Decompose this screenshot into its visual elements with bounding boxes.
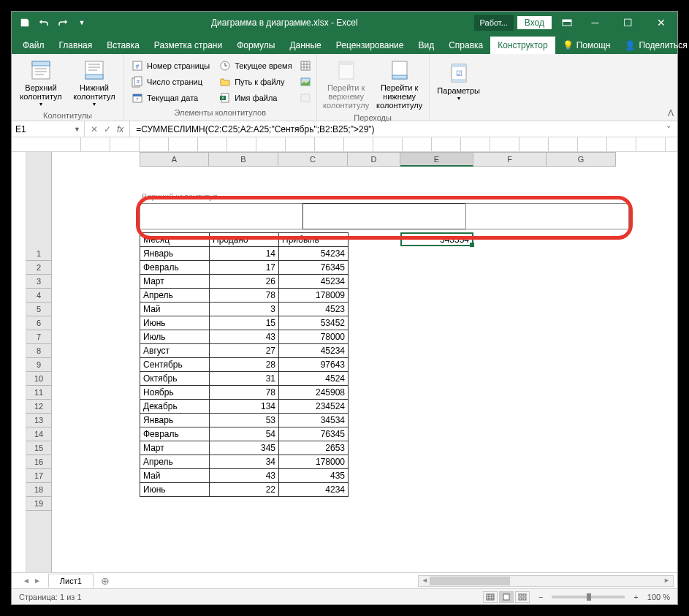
table-cell[interactable]: 15 xyxy=(210,316,279,330)
table-cell[interactable]: 245908 xyxy=(279,386,349,400)
page-layout-view-button[interactable] xyxy=(499,591,514,603)
tab-formulas[interactable]: Формулы xyxy=(229,37,282,54)
row-header[interactable]: 13 xyxy=(26,414,51,427)
table-cell[interactable]: 78 xyxy=(210,289,279,303)
table-cell[interactable]: 54 xyxy=(210,427,279,441)
tab-insert[interactable]: Вставка xyxy=(99,37,147,54)
name-box[interactable]: E1▼ xyxy=(12,121,85,137)
goto-footer-button[interactable]: Перейти к нижнему колонтитулу xyxy=(374,56,425,112)
row-header[interactable]: 5 xyxy=(26,303,51,316)
table-cell[interactable]: 97643 xyxy=(279,358,349,372)
table-cell[interactable]: 34 xyxy=(210,455,279,469)
fx-label[interactable]: fx xyxy=(117,124,123,134)
tab-file[interactable]: Файл xyxy=(15,37,52,54)
zoom-in-button[interactable]: + xyxy=(633,593,638,601)
table-cell[interactable]: Декабрь xyxy=(140,400,210,414)
tab-data[interactable]: Данные xyxy=(282,37,328,54)
col-header[interactable]: C xyxy=(278,152,348,167)
undo-icon[interactable] xyxy=(38,17,50,28)
row-header[interactable]: 16 xyxy=(26,455,51,469)
table-cell[interactable]: 14 xyxy=(210,247,279,261)
file-name-button[interactable]: XИмя файла xyxy=(216,91,295,105)
table-cell[interactable]: 2653 xyxy=(279,441,349,455)
tab-help[interactable]: Справка xyxy=(441,37,490,54)
table-cell[interactable]: Май xyxy=(140,469,210,483)
row-header[interactable]: 6 xyxy=(26,316,51,330)
table-cell[interactable]: 31 xyxy=(210,372,279,386)
table-cell[interactable]: 22 xyxy=(210,483,279,497)
table-cell[interactable]: 27 xyxy=(210,344,279,358)
col-header[interactable]: G xyxy=(547,152,616,167)
table-cell[interactable]: 76345 xyxy=(279,427,349,441)
table-cell[interactable]: 76345 xyxy=(279,261,349,275)
table-cell[interactable]: 34534 xyxy=(279,414,349,427)
sheet-tab-1[interactable]: Лист1 xyxy=(48,574,94,588)
login-button[interactable]: Вход xyxy=(517,16,552,29)
row-header[interactable]: 7 xyxy=(26,330,51,344)
sheet-area[interactable]: ABCDEFG Верхний колонтитул МесяцПроданоП… xyxy=(52,152,677,572)
row-header[interactable]: 4 xyxy=(26,289,51,303)
table-cell[interactable]: Февраль xyxy=(140,427,210,441)
zoom-out-button[interactable]: − xyxy=(538,593,543,601)
col-header[interactable]: F xyxy=(473,152,547,167)
close-button[interactable]: ✕ xyxy=(644,12,677,34)
page-break-view-button[interactable] xyxy=(515,591,530,603)
sheet-name-button[interactable] xyxy=(298,58,313,73)
table-cell[interactable]: 3 xyxy=(210,303,279,316)
table-cell[interactable]: 178009 xyxy=(279,289,349,303)
table-cell[interactable]: 234524 xyxy=(279,400,349,414)
file-path-button[interactable]: Путь к файлу xyxy=(216,75,295,89)
table-cell[interactable]: 45234 xyxy=(279,275,349,289)
share-button[interactable]: 👤Поделиться xyxy=(617,37,689,54)
next-sheet-icon[interactable]: ► xyxy=(34,577,41,585)
tab-home[interactable]: Главная xyxy=(52,37,100,54)
col-header[interactable]: B xyxy=(209,152,278,167)
save-icon[interactable] xyxy=(19,17,31,28)
table-cell[interactable]: 4234 xyxy=(279,483,349,497)
table-cell[interactable]: Июнь xyxy=(140,316,210,330)
zoom-level[interactable]: 100 % xyxy=(647,593,670,601)
footer-button[interactable]: Нижний колонтитул ▾ xyxy=(69,56,120,110)
table-cell[interactable]: 53452 xyxy=(279,316,349,330)
page-number-button[interactable]: #Номер страницы xyxy=(128,58,213,73)
table-cell[interactable]: Июль xyxy=(140,330,210,344)
table-cell[interactable]: Август xyxy=(140,344,210,358)
table-cell[interactable]: Июнь xyxy=(140,483,210,497)
table-cell[interactable]: 78 xyxy=(210,386,279,400)
table-cell[interactable]: 53 xyxy=(210,414,279,427)
col-header[interactable]: D xyxy=(348,152,400,167)
tab-review[interactable]: Рецензирование xyxy=(329,37,411,54)
table-cell[interactable]: 4523 xyxy=(279,303,349,316)
table-cell[interactable]: 28 xyxy=(210,358,279,372)
normal-view-button[interactable] xyxy=(483,591,498,603)
options-button[interactable]: ☑ Параметры ▾ xyxy=(433,59,484,104)
tab-view[interactable]: Вид xyxy=(411,37,441,54)
picture-button[interactable] xyxy=(298,75,313,89)
table-cell[interactable]: Сентябрь xyxy=(140,358,210,372)
maximize-button[interactable]: ☐ xyxy=(612,12,644,34)
row-header[interactable]: 14 xyxy=(26,427,51,441)
table-cell[interactable]: 17 xyxy=(210,261,279,275)
table-cell[interactable]: Октябрь xyxy=(140,372,210,386)
expand-formula-bar-icon[interactable]: ⌄ xyxy=(660,121,677,137)
tell-me-button[interactable]: 💡Помощн xyxy=(555,37,618,54)
row-header[interactable]: 9 xyxy=(26,358,51,372)
row-header[interactable]: 11 xyxy=(26,386,51,400)
tab-page-layout[interactable]: Разметка страни xyxy=(147,37,229,54)
current-time-button[interactable]: Текущее время xyxy=(216,58,295,73)
col-header[interactable]: A xyxy=(140,152,209,167)
minimize-button[interactable]: ─ xyxy=(579,12,612,34)
current-date-button[interactable]: 7Текущая дата xyxy=(128,91,213,105)
row-header[interactable]: 8 xyxy=(26,344,51,358)
row-header[interactable]: 3 xyxy=(26,275,51,289)
table-cell[interactable]: Январь xyxy=(140,247,210,261)
table-cell[interactable]: 345 xyxy=(210,441,279,455)
table-cell[interactable]: 78000 xyxy=(279,330,349,344)
table-cell[interactable]: Апрель xyxy=(140,455,210,469)
table-cell[interactable]: 43 xyxy=(210,469,279,483)
table-cell[interactable]: Ноябрь xyxy=(140,386,210,400)
scroll-right-icon[interactable]: ► xyxy=(663,577,670,584)
collapse-ribbon-icon[interactable]: ᐱ xyxy=(668,108,674,118)
row-header[interactable]: 12 xyxy=(26,400,51,414)
table-cell[interactable]: Май xyxy=(140,303,210,316)
